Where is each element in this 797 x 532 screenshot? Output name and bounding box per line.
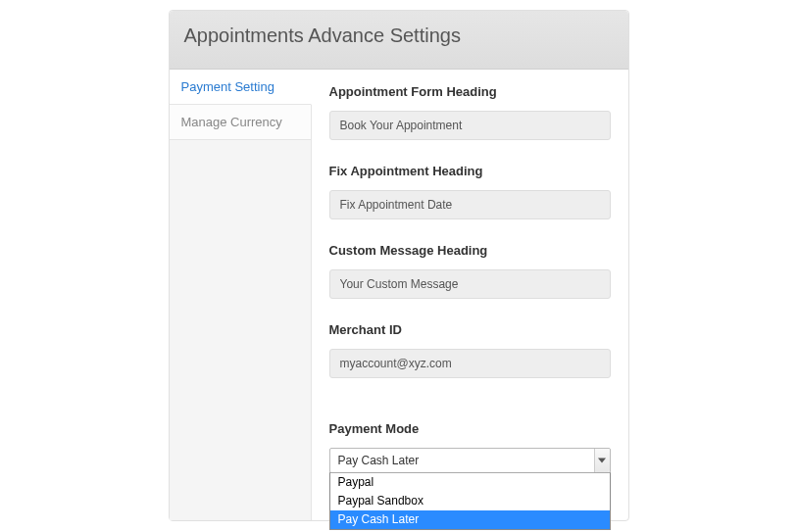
label-fix-appointment-heading: Fix Appointment Heading <box>329 164 611 178</box>
input-appointment-form-heading[interactable] <box>329 111 611 140</box>
sidebar-item-label: Payment Setting <box>181 79 274 94</box>
content-area: Appointment Form Heading Fix Appointment… <box>312 70 628 520</box>
input-custom-message-heading[interactable] <box>329 269 611 299</box>
dropdown-option-pay-cash-later[interactable]: Pay Cash Later <box>330 510 610 529</box>
input-fix-appointment-heading[interactable] <box>329 190 611 219</box>
sidebar-item-payment-setting[interactable]: Payment Setting <box>170 70 312 105</box>
dropdown-option-paypal-sandbox[interactable]: Paypal Sandbox <box>330 492 610 510</box>
panel-body: Payment Setting Manage Currency Appointm… <box>170 70 628 520</box>
sidebar: Payment Setting Manage Currency <box>170 70 312 520</box>
dropdown-option-paypal[interactable]: Paypal <box>330 473 610 492</box>
label-merchant-id: Merchant ID <box>329 322 611 337</box>
form-group-payment-mode: Payment Mode Pay Cash Later Paypal Paypa… <box>329 421 611 473</box>
form-group-heading: Appointment Form Heading <box>329 84 611 140</box>
label-appointment-form-heading: Appointment Form Heading <box>329 84 611 99</box>
panel-header: Appointments Advance Settings <box>170 11 628 70</box>
page-title: Appointments Advance Settings <box>184 24 614 47</box>
form-group-merchant: Merchant ID <box>329 322 611 378</box>
form-group-fix: Fix Appointment Heading <box>329 164 611 219</box>
select-value: Pay Cash Later <box>338 454 420 467</box>
label-custom-message-heading: Custom Message Heading <box>329 243 611 258</box>
select-payment-mode[interactable]: Pay Cash Later Paypal Paypal Sandbox Pay… <box>329 448 611 473</box>
settings-panel: Appointments Advance Settings Payment Se… <box>169 10 629 521</box>
label-payment-mode: Payment Mode <box>329 421 611 436</box>
form-group-custom: Custom Message Heading <box>329 243 611 299</box>
sidebar-item-manage-currency[interactable]: Manage Currency <box>170 105 311 140</box>
input-merchant-id[interactable] <box>329 349 611 378</box>
dropdown-list: Paypal Paypal Sandbox Pay Cash Later <box>329 472 611 530</box>
sidebar-item-label: Manage Currency <box>181 115 282 129</box>
select-display[interactable]: Pay Cash Later <box>329 448 611 473</box>
